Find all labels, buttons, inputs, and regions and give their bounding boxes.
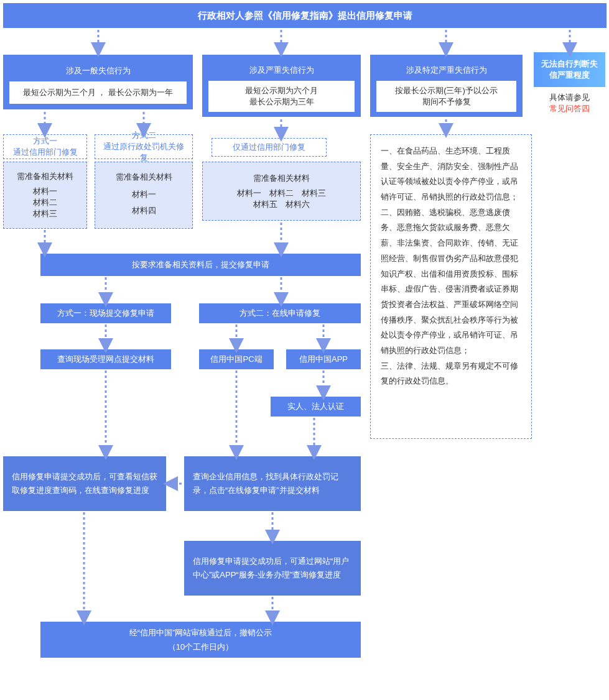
faq-link[interactable]: 常见问答四 — [549, 104, 590, 113]
method1-materials: 需准备相关材料 材料一 材料二 材料三 — [3, 162, 87, 229]
header-banner: 行政相对人参照《信用修复指南》提出信用修复申请 — [3, 3, 607, 28]
method1-title: 方式一 通过信用部门修复 — [3, 134, 87, 159]
m1-i2: 材料二 — [33, 197, 57, 208]
credit-china-app[interactable]: 信用中国APP — [286, 349, 361, 369]
m1-hdr: 需准备相关材料 — [17, 171, 73, 182]
faq-title: 无法自行判断失信严重程度 — [534, 52, 605, 87]
faq-body: 具体请参见 常见问答四 — [534, 87, 605, 119]
col2-sub: 最短公示期为六个月 最长公示期为三年 — [208, 81, 355, 112]
faq-line1: 具体请参见 — [549, 93, 590, 102]
credit-china-pc[interactable]: 信用中国PC端 — [199, 349, 274, 369]
method2-materials: 需准备相关材料 材料一 材料四 — [95, 162, 193, 229]
col1-sub: 最短公示期为三个月 ， 最长公示期为一年 — [9, 81, 187, 104]
col1-card: 涉及一般失信行为 最短公示期为三个月 ， 最长公示期为一年 — [3, 55, 193, 109]
method3-title: 仅通过信用部门修复 — [212, 138, 327, 157]
faq-card[interactable]: 无法自行判断失信严重程度 具体请参见 常见问答四 — [534, 55, 605, 117]
col2-sub1: 最短公示期为六个月 — [245, 85, 318, 96]
m2-i2: 材料四 — [132, 203, 156, 219]
prepare-banner: 按要求准备相关资料后，提交修复申请 — [40, 254, 361, 276]
method2-title: 方式二 通过原行政处罚机关修复 — [95, 134, 193, 159]
m1-t2: 通过信用部门修复 — [13, 147, 78, 158]
col3-sub2: 期间不予修复 — [422, 96, 471, 108]
final-1: 经“信用中国”网站审核通过后，撤销公示 — [129, 625, 272, 640]
left-note: 信用修复申请提交成功后，可查看短信获取修复进度查询码，在线查询修复进度 — [3, 456, 166, 511]
col2-title: 涉及严重失信行为 — [202, 60, 361, 81]
m2-i1: 材料一 — [132, 187, 156, 203]
special-list: 一、在食品药品、生态环境、工程质量、安全生产、消防安全、强制性产品认证等领域被处… — [370, 134, 532, 439]
m1-i1: 材料一 — [33, 186, 57, 197]
final-banner: 经“信用中国”网站审核通过后，撤销公示 （10个工作日内） — [40, 622, 361, 658]
col3-sub1: 按最长公示期(三年)予以公示 — [395, 85, 498, 96]
way1: 方式一：现场提交修复申请 — [40, 303, 171, 323]
col3-card: 涉及特定严重失信行为 按最长公示期(三年)予以公示 期间不予修复 — [370, 55, 523, 117]
special-text: 一、在食品药品、生态环境、工程质量、安全生产、消防安全、强制性产品认证等领域被处… — [381, 144, 521, 389]
m2-t1: 方式二 — [132, 130, 156, 141]
final-2: （10个工作日内） — [168, 640, 233, 654]
m2-t2: 通过原行政处罚机关修复 — [100, 141, 187, 163]
col3-title: 涉及特定严重失信行为 — [370, 60, 523, 81]
m3-row1: 材料一 材料二 材料三 — [237, 188, 326, 199]
col1-title: 涉及一般失信行为 — [3, 60, 193, 81]
m3-hdr: 需准备相关材料 — [253, 173, 310, 184]
m1-i3: 材料三 — [33, 208, 57, 219]
m3-row2: 材料五 材料六 — [253, 199, 310, 210]
right-note-2: 信用修复申请提交成功后，可通过网站“用户中心”或APP“服务-业务办理”查询修复… — [184, 541, 361, 596]
col2-card: 涉及严重失信行为 最短公示期为六个月 最长公示期为三年 — [202, 55, 361, 117]
method3-materials: 需准备相关材料 材料一 材料二 材料三 材料五 材料六 — [202, 162, 361, 221]
col3-sub: 按最长公示期(三年)予以公示 期间不予修复 — [376, 81, 516, 112]
m2-hdr: 需准备相关材料 — [116, 172, 172, 183]
m1-t1: 方式一 — [33, 136, 57, 147]
right-note-1: 查询企业信用信息，找到具体行政处罚记录，点击“在线修复申请”并提交材料 — [184, 456, 361, 511]
offline-query: 查询现场受理网点提交材料 — [40, 349, 171, 369]
auth: 实人、法人认证 — [271, 397, 361, 417]
col2-sub2: 最长公示期为三年 — [249, 96, 314, 108]
way2: 方式二：在线申请修复 — [199, 303, 361, 323]
